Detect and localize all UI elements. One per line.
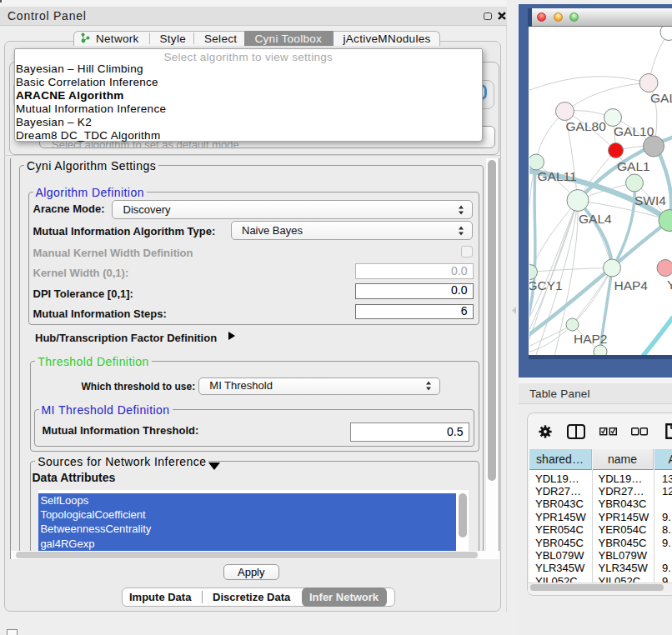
svg-text:GAL1: GAL1 [617, 159, 650, 173]
svg-text:GAL11: GAL11 [538, 169, 577, 183]
svg-text:HAP4: HAP4 [614, 278, 649, 292]
svg-text:GAL10: GAL10 [614, 124, 654, 138]
svg-text:GCY1: GCY1 [529, 278, 563, 292]
svg-text:GAL4: GAL4 [579, 212, 612, 226]
svg-text:SWI4: SWI4 [634, 193, 666, 208]
svg-text:GAL80: GAL80 [566, 118, 607, 132]
svg-text:HAP2: HAP2 [574, 331, 608, 345]
svg-text:Y: Y [667, 278, 672, 292]
svg-text:GAL7: GAL7 [650, 90, 672, 104]
